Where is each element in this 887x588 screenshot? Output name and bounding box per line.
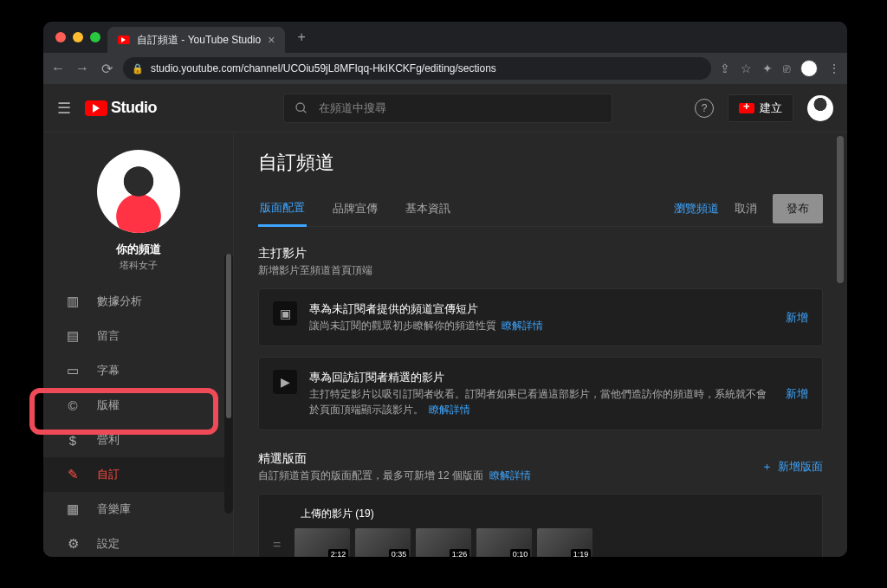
- logo-text: Studio: [111, 99, 157, 117]
- close-tab-icon[interactable]: ×: [268, 33, 275, 47]
- duration-badge: 2:12: [328, 549, 349, 557]
- sidebar-item-library[interactable]: ▦音樂庫: [43, 492, 233, 527]
- add-section-button[interactable]: ＋ 新增版面: [761, 459, 823, 475]
- plus-icon: ＋: [761, 459, 773, 475]
- add-section-label: 新增版面: [778, 459, 823, 475]
- sidebar-item-dollar[interactable]: $營利: [43, 423, 233, 457]
- copyright-icon: ©: [64, 398, 81, 413]
- url-text: studio.youtube.com/channel/UCOiu59jL8MFI…: [151, 62, 496, 74]
- drag-handle-icon[interactable]: =: [273, 537, 281, 552]
- featured-sections-header: 精選版面 自訂頻道首頁的版面配置，最多可新增 12 個版面 瞭解詳情 ＋ 新增版…: [258, 451, 823, 483]
- window-controls[interactable]: [50, 32, 107, 42]
- main-content: 自訂頻道 版面配置 品牌宣傳 基本資訊 瀏覽頻道 取消 發布 主打影片 新增影片…: [234, 132, 847, 557]
- sidebar-item-label: 版權: [97, 397, 120, 413]
- sidebar-item-copyright[interactable]: ©版權: [43, 388, 233, 423]
- sidebar-scrollbar[interactable]: [224, 254, 233, 514]
- sidebar-item-label: 留言: [97, 328, 120, 344]
- create-label: 建立: [760, 100, 782, 116]
- sidebar-item-bar-chart[interactable]: ▥數據分析: [43, 284, 233, 319]
- tab-layout[interactable]: 版面配置: [258, 191, 307, 227]
- menu-icon[interactable]: ☰: [57, 99, 71, 118]
- video-thumbnail[interactable]: 0:35: [355, 528, 411, 557]
- video-icon: ▶: [273, 370, 297, 394]
- spotlight-sub: 新增影片至頻道首頁頂端: [258, 263, 823, 278]
- sidebar-item-wand[interactable]: ✎自訂: [43, 457, 233, 492]
- subtitles-icon: ▭: [64, 363, 81, 378]
- video-thumbnail[interactable]: 0:10: [476, 528, 532, 557]
- sidebar-item-label: 設定: [97, 536, 120, 552]
- new-tab-button[interactable]: +: [297, 29, 305, 45]
- video-thumbnail[interactable]: 2:12: [295, 528, 350, 557]
- more-icon[interactable]: ⋮: [828, 61, 840, 75]
- sidebar-item-label: 數據分析: [97, 294, 142, 309]
- tab-basic-info[interactable]: 基本資訊: [404, 192, 452, 225]
- sidebar-item-gear[interactable]: ⚙設定: [43, 527, 233, 557]
- youtube-logo-icon: [85, 100, 107, 116]
- spotlight-section: 主打影片 新增影片至頻道首頁頂端 ▣ 專為未訂閱者提供的頻道宣傳短片 讓尚未訂閱…: [258, 246, 823, 430]
- share-icon[interactable]: ⇪: [720, 61, 730, 75]
- duration-badge: 0:10: [510, 549, 531, 557]
- browser-tab[interactable]: 自訂頻道 - YouTube Studio ×: [107, 27, 285, 53]
- video-thumbnail[interactable]: 1:19: [537, 528, 592, 557]
- cast-icon[interactable]: ⎚: [783, 61, 790, 75]
- page-title: 自訂頻道: [258, 150, 823, 176]
- sidebar-item-subtitles[interactable]: ▭字幕: [43, 353, 233, 388]
- channel-name: 塔科女子: [43, 259, 233, 272]
- card-desc: 主打特定影片以吸引訂閱者收看。訂閱者如果已看過這部影片，當他們造訪你的頻道時，系…: [309, 389, 767, 414]
- card-desc: 讓尚未訂閱的觀眾初步瞭解你的頻道性質: [309, 320, 496, 331]
- gear-icon: ⚙: [64, 536, 81, 552]
- channel-trailer-card: ▣ 專為未訂閱者提供的頻道宣傳短片 讓尚未訂閱的觀眾初步瞭解你的頻道性質 瞭解詳…: [258, 288, 823, 346]
- card-title: 專為未訂閱者提供的頻道宣傳短片: [309, 301, 774, 317]
- learn-more-link[interactable]: 瞭解詳情: [502, 320, 543, 331]
- learn-more-link[interactable]: 瞭解詳情: [489, 469, 531, 481]
- profile-avatar-icon[interactable]: [800, 60, 818, 77]
- featured-video-card: ▶ 專為回訪訂閱者精選的影片 主打特定影片以吸引訂閱者收看。訂閱者如果已看過這部…: [258, 357, 823, 430]
- search-icon: [295, 101, 308, 115]
- youtube-favicon: [118, 36, 130, 44]
- uploads-title: 上傳的影片 (19): [301, 507, 808, 521]
- card-title: 專為回訪訂閱者精選的影片: [309, 370, 774, 385]
- sidebar-item-label: 音樂庫: [97, 501, 131, 517]
- spotlight-title: 主打影片: [258, 246, 823, 262]
- duration-badge: 1:26: [450, 549, 470, 557]
- video-thumbnail[interactable]: 1:26: [416, 528, 471, 557]
- star-icon[interactable]: ☆: [741, 61, 752, 75]
- app-header: ☰ Studio 在頻道中搜尋 ? 建立: [43, 84, 847, 132]
- cancel-button[interactable]: 取消: [735, 201, 757, 216]
- search-input[interactable]: 在頻道中搜尋: [283, 94, 612, 123]
- channel-block[interactable]: 你的頻道 塔科女子: [43, 143, 233, 284]
- user-avatar[interactable]: [807, 95, 833, 121]
- close-window-icon[interactable]: [55, 32, 66, 42]
- publish-button[interactable]: 發布: [773, 194, 823, 223]
- wand-icon: ✎: [64, 467, 81, 482]
- learn-more-link[interactable]: 瞭解詳情: [429, 404, 470, 415]
- help-icon[interactable]: ?: [695, 99, 714, 118]
- sidebar-item-label: 營利: [97, 432, 120, 448]
- address-bar[interactable]: 🔒 studio.youtube.com/channel/UCOiu59jL8M…: [123, 57, 711, 80]
- duration-badge: 0:35: [389, 549, 410, 557]
- lock-icon: 🔒: [132, 63, 144, 74]
- tab-branding[interactable]: 品牌宣傳: [331, 192, 379, 225]
- create-button[interactable]: 建立: [728, 94, 793, 122]
- forward-icon[interactable]: →: [74, 61, 90, 76]
- add-button[interactable]: 新增: [786, 310, 808, 326]
- youtube-studio-app: ☰ Studio 在頻道中搜尋 ? 建立: [43, 84, 847, 557]
- bar-chart-icon: ▥: [64, 294, 81, 309]
- main-scrollbar[interactable]: [837, 136, 844, 283]
- minimize-window-icon[interactable]: [73, 32, 83, 42]
- view-channel-link[interactable]: 瀏覽頻道: [674, 201, 719, 216]
- create-video-icon: [739, 103, 754, 113]
- film-icon: ▣: [273, 301, 297, 326]
- tabs-row: 版面配置 品牌宣傳 基本資訊 瀏覽頻道 取消 發布: [258, 191, 823, 227]
- maximize-window-icon[interactable]: [90, 32, 100, 42]
- featured-title: 精選版面: [258, 451, 531, 467]
- add-button[interactable]: 新增: [786, 386, 808, 402]
- studio-logo[interactable]: Studio: [85, 99, 157, 117]
- library-icon: ▦: [64, 501, 81, 517]
- back-icon[interactable]: ←: [50, 61, 66, 76]
- svg-point-0: [296, 103, 304, 111]
- extensions-icon[interactable]: ✦: [762, 61, 773, 75]
- uploads-section: 上傳的影片 (19) = 2:120:351:260:101:19: [258, 494, 823, 557]
- sidebar-item-comment[interactable]: ▤留言: [43, 319, 233, 353]
- reload-icon[interactable]: ⟳: [99, 61, 114, 77]
